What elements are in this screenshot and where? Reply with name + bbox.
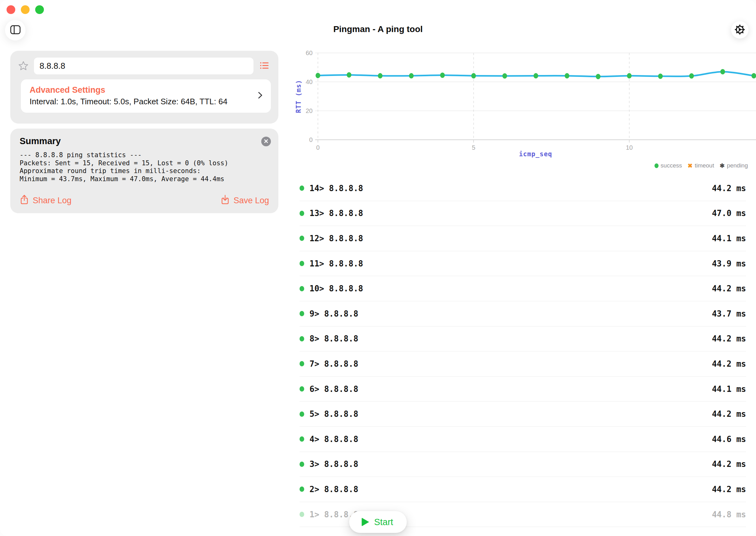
stats-line: --- 8.8.8.8 ping statistics --- [19,151,271,159]
success-dot-icon [299,412,304,417]
ping-rtt-value: 44.2 ms [712,334,746,343]
legend-label: pending [727,162,748,169]
success-dot-icon [299,462,304,467]
close-icon [261,136,271,147]
success-dot-icon [299,386,304,391]
success-dot-icon [299,185,304,191]
success-dot-icon [299,512,304,517]
ping-seq-host: 8> 8.8.8.8 [310,334,359,343]
legend-label: success [661,162,682,169]
chart-legend: success✖timeout✱pending [655,162,748,169]
success-dot-icon [299,486,304,492]
play-icon [361,518,369,526]
svg-text:60: 60 [306,50,313,56]
ping-seq-host: 7> 8.8.8.8 [310,359,359,369]
ping-seq-host: 11> 8.8.8.8 [310,259,363,268]
ping-seq-host: 2> 8.8.8.8 [310,485,359,494]
ping-rtt-value: 44.6 ms [712,435,746,444]
ping-result-row: 12> 8.8.8.844.1 ms [299,226,746,251]
legend-item-pending: ✱pending [720,162,748,169]
advanced-settings-text: Advanced Settings Interval: 1.0s, Timeou… [30,85,227,107]
close-summary-button[interactable] [261,137,271,146]
ping-result-row: 10> 8.8.8.844.2 ms [299,276,746,301]
summary-card: Summary --- 8.8.8.8 ping statistics --- … [10,128,278,213]
success-dot-icon [299,361,304,366]
ping-seq-host: 6> 8.8.8.8 [310,385,359,394]
success-dot-icon [299,436,304,442]
ping-rtt-value: 44.2 ms [712,459,746,469]
rtt-chart: 02040600510RTT (ms)icmp_seq [296,47,756,165]
ping-rtt-value: 47.0 ms [712,209,746,218]
svg-text:40: 40 [306,79,313,85]
ping-rtt-value: 44.1 ms [712,385,746,394]
ping-result-row: 13> 8.8.8.847.0 ms [299,201,746,226]
traffic-lights [7,5,44,14]
ping-seq-host: 12> 8.8.8.8 [310,234,363,243]
ping-rtt-value: 44.1 ms [712,234,746,243]
success-icon [655,163,659,168]
ping-result-row: 9> 8.8.8.843.7 ms [299,301,746,326]
app-window: Pingman - A ping tool [0,0,756,536]
save-log-button[interactable]: Save Log [221,194,269,207]
success-dot-icon [299,311,304,316]
share-icon [19,194,29,207]
host-input-row [17,57,271,74]
gear-icon [734,24,746,36]
success-dot-icon [299,236,304,241]
svg-text:5: 5 [472,144,475,151]
svg-text:0: 0 [316,144,320,151]
success-dot-icon [299,286,304,291]
svg-text:0: 0 [309,136,313,143]
ping-seq-host: 14> 8.8.8.8 [310,184,363,193]
success-dot-icon [299,211,304,216]
pending-icon: ✱ [720,163,725,169]
svg-text:RTT (ms): RTT (ms) [296,80,302,113]
ping-seq-host: 13> 8.8.8.8 [310,209,363,218]
minimize-button[interactable] [21,5,30,14]
ping-rtt-value: 44.2 ms [712,359,746,369]
download-icon [221,194,230,207]
ping-rtt-value: 44.2 ms [712,284,746,293]
svg-text:20: 20 [306,107,313,114]
start-button-label: Start [374,517,393,527]
legend-item-timeout: ✖timeout [688,162,714,169]
stats-line: Approximate round trip times in milli-se… [19,167,271,175]
ping-seq-host: 5> 8.8.8.8 [310,409,359,419]
ping-result-row: 8> 8.8.8.844.2 ms [299,326,746,352]
stats-line: Minimum = 43.7ms, Maximum = 47.0ms, Aver… [19,175,271,183]
advanced-settings-title: Advanced Settings [30,85,227,95]
ping-seq-host: 3> 8.8.8.8 [310,459,359,469]
ping-statistics-text: --- 8.8.8.8 ping statistics --- Packets:… [19,151,271,183]
advanced-settings-button[interactable]: Advanced Settings Interval: 1.0s, Timeou… [21,79,271,113]
start-button[interactable]: Start [349,511,407,533]
success-dot-icon [299,261,304,266]
ping-seq-host: 4> 8.8.8.8 [310,435,359,444]
close-button[interactable] [7,5,15,14]
save-log-label: Save Log [233,196,269,205]
ping-result-row: 4> 8.8.8.844.6 ms [299,427,746,452]
ping-result-row: 11> 8.8.8.843.9 ms [299,251,746,276]
ping-result-row: 5> 8.8.8.844.2 ms [299,402,746,427]
share-log-label: Share Log [33,196,72,205]
ping-rtt-value: 43.7 ms [712,309,746,318]
advanced-settings-subtitle: Interval: 1.0s, Timeout: 5.0s, Packet Si… [30,96,227,107]
ping-results-list: 14> 8.8.8.844.2 ms13> 8.8.8.847.0 ms12> … [299,176,746,527]
ping-rtt-value: 44.2 ms [712,409,746,419]
host-input[interactable] [34,57,254,74]
share-log-button[interactable]: Share Log [19,194,72,207]
ping-result-row: 6> 8.8.8.844.1 ms [299,377,746,402]
host-list-button[interactable] [257,59,271,73]
favorite-star-button[interactable] [17,59,30,73]
host-card: Advanced Settings Interval: 1.0s, Timeou… [10,51,278,123]
ping-rtt-value: 44.8 ms [712,510,746,519]
legend-label: timeout [695,162,714,169]
ping-seq-host: 10> 8.8.8.8 [310,284,363,293]
svg-text:icmp_seq: icmp_seq [519,151,552,158]
zoom-button[interactable] [35,5,44,14]
settings-button[interactable] [731,21,748,39]
svg-text:10: 10 [626,144,633,151]
timeout-icon: ✖ [688,163,693,169]
ping-seq-host: 9> 8.8.8.8 [310,309,359,318]
legend-item-success: success [655,162,682,169]
ping-result-row: 14> 8.8.8.844.2 ms [299,176,746,201]
